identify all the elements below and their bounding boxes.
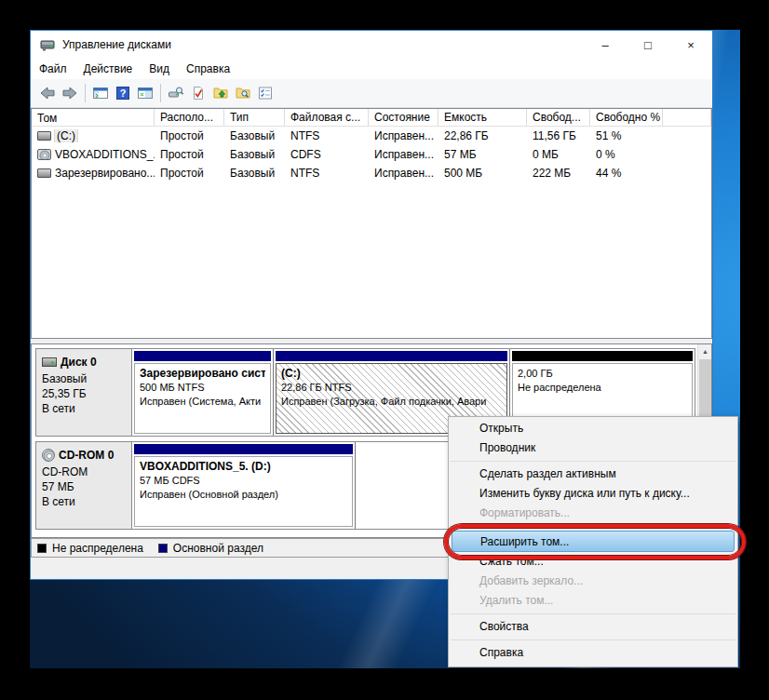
menu-item-help[interactable]: Справка [449, 643, 737, 663]
table-row[interactable]: Зарезервировано... Простой Базовый NTFS … [32, 164, 711, 182]
menu-view[interactable]: Вид [141, 62, 178, 75]
volume-list: Том Располо... Тип Файловая с... Состоян… [31, 108, 712, 339]
partition-title: VBOXADDITIONS_5. (D:) [140, 460, 347, 474]
partition-title: (C:) [281, 367, 502, 381]
check-document-icon[interactable] [187, 82, 209, 104]
menu-item-change-letter[interactable]: Изменить букву диска или путь к диску... [449, 484, 737, 504]
menu-item-mark-active[interactable]: Сделать раздел активным [449, 464, 737, 484]
volume-status: Исправен... [369, 129, 438, 142]
partition-size-fs: 500 МБ NTFS [140, 381, 265, 395]
toolbar: ? [31, 79, 712, 108]
folder-up-icon[interactable] [209, 82, 232, 104]
disk-status: В сети [42, 494, 126, 509]
partition-vboxadditions[interactable]: VBOXADDITIONS_5. (D:) 57 МБ CDFS Исправе… [132, 442, 356, 529]
menu-item-open[interactable]: Открыть [449, 419, 737, 438]
menu-action[interactable]: Действие [75, 62, 142, 75]
column-header-free-pct[interactable]: Свободно % [590, 109, 663, 126]
column-header-type[interactable]: Тип [224, 109, 285, 126]
partition-status: Исправен (Загрузка, Файл подкачки, Авари [281, 395, 502, 409]
disk-volume-icon [37, 131, 51, 141]
maximize-button[interactable]: □ [627, 31, 669, 59]
partition-color-strip [134, 351, 271, 361]
toolbar-separator [85, 84, 86, 102]
volume-capacity: 22,86 ГБ [438, 129, 527, 142]
menu-file[interactable]: Файл [31, 62, 75, 75]
scroll-up-icon[interactable]: ▲ [698, 344, 712, 358]
volume-layout: Простой [155, 129, 224, 142]
back-icon[interactable] [36, 82, 59, 104]
partition-system-reserved[interactable]: Зарезервировано систе 500 МБ NTFS Исправ… [132, 349, 274, 436]
volume-type: Базовый [224, 129, 285, 142]
column-header-layout[interactable]: Располо... [155, 109, 224, 126]
volume-free-pct: 0 % [590, 148, 663, 161]
column-header-free[interactable]: Свобод... [527, 109, 590, 126]
volume-fs: NTFS [285, 129, 369, 142]
forward-icon[interactable] [59, 82, 81, 104]
volume-status: Исправен... [369, 167, 438, 180]
cdrom-0-label-panel[interactable]: CD-ROM 0 CD-ROM 57 МБ В сети [36, 442, 132, 529]
folder-find-icon[interactable] [232, 82, 254, 104]
cd-rom-icon [42, 449, 55, 462]
menu-separator [451, 639, 735, 640]
table-row[interactable]: (C:) Простой Базовый NTFS Исправен... 22… [32, 127, 711, 145]
volume-name: VBOXADDITIONS_... [55, 148, 155, 161]
disk-0-label-panel[interactable]: Диск 0 Базовый 25,35 ГБ В сети [36, 349, 132, 436]
volume-free-pct: 44 % [590, 167, 663, 180]
column-header-filler [663, 109, 711, 126]
partition-status: Исправен (Основной раздел) [140, 488, 347, 502]
disk-volume-icon [37, 168, 51, 178]
volume-layout: Простой [155, 167, 224, 180]
disk-size: 57 МБ [42, 479, 126, 494]
menu-help[interactable]: Справка [178, 62, 238, 75]
minimize-button[interactable]: – [584, 31, 627, 59]
column-header-filesystem[interactable]: Файловая с... [285, 109, 369, 126]
partition-color-strip [512, 351, 693, 361]
partition-size-fs: 57 МБ CDFS [140, 474, 347, 488]
menu-item-format: Форматировать... [449, 504, 737, 523]
partition-title: Зарезервировано систе [140, 367, 265, 381]
volume-name: Зарезервировано... [55, 167, 155, 180]
menu-item-add-mirror: Добавить зеркало... [449, 572, 737, 591]
volume-free: 0 МБ [527, 148, 590, 161]
checklist-icon[interactable] [254, 82, 277, 104]
volume-context-menu: Открыть Проводник Сделать раздел активны… [448, 416, 738, 667]
disk-kind: Базовый [42, 371, 126, 386]
volume-capacity: 57 МБ [438, 148, 527, 161]
menu-bar: Файл Действие Вид Справка [31, 59, 712, 79]
console-tree-icon[interactable] [89, 82, 112, 104]
cd-volume-icon [37, 149, 51, 160]
column-header-volume[interactable]: Том [32, 109, 155, 126]
disk-kind: CD-ROM [42, 464, 126, 479]
volume-fs: NTFS [285, 167, 369, 180]
column-header-capacity[interactable]: Емкость [438, 109, 527, 126]
window-title: Управление дисками [62, 38, 584, 51]
legend-primary-swatch [158, 544, 168, 553]
column-header-status[interactable]: Состояние [369, 109, 438, 126]
menu-separator [451, 613, 735, 614]
legend-unallocated-label: Не распределена [52, 542, 143, 555]
menu-item-explorer[interactable]: Проводник [449, 438, 737, 458]
svg-text:?: ? [120, 88, 127, 99]
menu-item-properties[interactable]: Свойства [449, 617, 737, 637]
volume-free: 222 МБ [527, 167, 590, 180]
table-row[interactable]: VBOXADDITIONS_... Простой Базовый CDFS И… [32, 145, 711, 164]
volume-type: Базовый [224, 148, 285, 161]
menu-item-extend-volume[interactable]: Расширить том... [452, 531, 735, 552]
partition-size-fs: 22,86 ГБ NTFS [281, 381, 502, 395]
legend-primary-label: Основной раздел [173, 542, 263, 555]
disk-size: 25,35 ГБ [42, 386, 126, 401]
close-button[interactable]: × [669, 31, 712, 59]
help-icon[interactable]: ? [112, 82, 134, 104]
volume-status: Исправен... [369, 148, 438, 161]
volume-name: (C:) [55, 129, 77, 142]
hard-disk-icon [42, 357, 57, 367]
volume-type: Базовый [224, 167, 285, 180]
legend-unallocated-swatch [37, 544, 47, 553]
volume-layout: Простой [155, 148, 224, 161]
partition-size-fs: 2,00 ГБ [518, 367, 687, 381]
menu-item-shrink-volume[interactable]: Сжать том... [449, 552, 737, 572]
detail-pane-icon[interactable] [134, 82, 156, 104]
title-bar[interactable]: Управление дисками – □ × [31, 31, 712, 59]
rescan-disks-icon[interactable] [165, 82, 187, 104]
menu-item-delete-volume: Удалить том... [449, 591, 737, 611]
